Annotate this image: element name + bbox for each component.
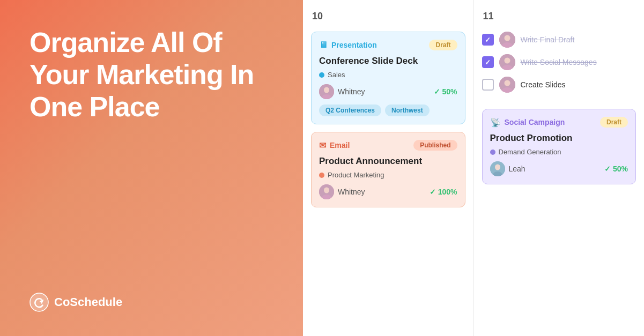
draft-badge: Draft [429, 40, 457, 50]
avatar-svg-leah [490, 161, 505, 176]
task-item-write-social-messages: ✓ Write Social Messages [482, 54, 636, 70]
tag-dot-orange [319, 173, 324, 178]
presentation-card-footer: Whitney ✓ 50% [319, 84, 457, 99]
progress-presentation: ✓ 50% [434, 87, 457, 96]
avatar-leah [490, 161, 505, 176]
avatar-svg-task3 [499, 77, 515, 93]
card-type-social-label: 📡 Social Campaign [490, 117, 565, 128]
svg-point-8 [504, 35, 510, 41]
headline-area: Organize All Of Your Marketing In One Pl… [29, 27, 273, 123]
user-name-social: Leah [509, 165, 525, 173]
user-info-presentation: Whitney [319, 84, 365, 99]
email-card-footer: Whitney ✓ 100% [319, 184, 457, 199]
published-badge: Published [413, 140, 457, 151]
avatar-task3 [499, 77, 515, 93]
avatar-svg-task2 [499, 54, 515, 70]
tag-dot-blue [319, 72, 324, 78]
presentation-card: 🖥 Presentation Draft Conference Slide De… [311, 32, 465, 124]
day-number-11: 11 [482, 11, 636, 22]
avatar-task2 [499, 54, 515, 70]
coschedule-logo-icon [29, 293, 49, 312]
social-campaign-card: 📡 Social Campaign Draft Product Promotio… [482, 109, 636, 184]
social-card-title: Product Promotion [490, 133, 628, 144]
chip-northwest: Northwest [385, 104, 430, 116]
svg-point-17 [495, 165, 500, 170]
check-icon-2: ✓ [485, 58, 491, 66]
task-item-write-final-draft: ✓ Write Final Draft [482, 32, 636, 48]
svg-point-2 [324, 87, 329, 93]
social-card-footer: Leah ✓ 50% [490, 161, 628, 176]
card-type-text: Presentation [331, 41, 377, 49]
user-name-presentation: Whitney [338, 87, 365, 96]
headline: Organize All Of Your Marketing In One Pl… [29, 27, 273, 123]
email-tag-label: Product Marketing [328, 171, 384, 179]
checkbox-create-slides[interactable] [482, 79, 494, 91]
avatar-task1 [499, 32, 515, 48]
tag-dot-purple [490, 150, 495, 155]
logo-area: CoSchedule [29, 293, 273, 312]
user-info-email: Whitney [319, 184, 365, 199]
presentation-icon: 🖥 [319, 40, 328, 50]
social-card-tag: Demand Generation [490, 148, 628, 156]
chip-q2: Q2 Conferences [319, 104, 381, 116]
avatar-whitney-email [319, 184, 334, 199]
check-icon: ✓ [485, 36, 491, 44]
day-number-10: 10 [311, 11, 465, 22]
email-card-title: Product Announcement [319, 156, 457, 167]
card-type-email-label: ✉ Email [319, 140, 350, 151]
social-draft-badge: Draft [600, 117, 628, 128]
email-icon: ✉ [319, 140, 326, 151]
right-panel: 10 🖥 Presentation Draft Conference Slide… [303, 0, 644, 336]
card-type-email-text: Email [330, 141, 350, 150]
checkbox-write-social-messages[interactable]: ✓ [482, 56, 494, 68]
left-panel: Organize All Of Your Marketing In One Pl… [0, 0, 303, 336]
social-icon: 📡 [490, 117, 501, 128]
task-label-write-final-draft: Write Final Draft [521, 35, 575, 44]
card-header-email: ✉ Email Published [319, 140, 457, 151]
task-label-write-social-messages: Write Social Messages [521, 58, 597, 66]
task-item-create-slides: Create Slides [482, 77, 636, 93]
user-name-email: Whitney [338, 188, 365, 196]
presentation-card-title: Conference Slide Deck [319, 56, 457, 66]
avatar-face-svg-email [319, 184, 334, 199]
email-card-tag: Product Marketing [319, 171, 457, 179]
task-list: ✓ Write Final Draft ✓ [482, 32, 636, 93]
card-type-label: 🖥 Presentation [319, 40, 377, 50]
tag-chips: Q2 Conferences Northwest [319, 104, 457, 116]
card-type-social-text: Social Campaign [505, 118, 565, 126]
svg-point-5 [324, 188, 329, 193]
progress-email: ✓ 100% [430, 188, 457, 196]
avatar-svg-task1 [499, 32, 515, 48]
social-tag-label: Demand Generation [499, 148, 561, 156]
svg-point-0 [30, 293, 48, 311]
task-label-create-slides: Create Slides [521, 80, 566, 89]
checkbox-write-final-draft[interactable]: ✓ [482, 34, 494, 46]
calendar-col-11: 11 ✓ Write Final Draft [474, 0, 645, 336]
progress-social: ✓ 50% [604, 165, 628, 173]
tag-label: Sales [328, 71, 345, 79]
avatar-whitney [319, 84, 334, 99]
presentation-card-tag: Sales [319, 71, 457, 79]
avatar-face-svg [319, 84, 334, 99]
logo-text: CoSchedule [54, 295, 122, 309]
card-header-presentation: 🖥 Presentation Draft [319, 40, 457, 50]
svg-point-14 [504, 80, 510, 86]
calendar-col-10: 10 🖥 Presentation Draft Conference Slide… [303, 0, 473, 336]
card-header-social: 📡 Social Campaign Draft [490, 117, 628, 128]
svg-point-11 [504, 58, 510, 64]
email-card: ✉ Email Published Product Announcement P… [311, 132, 465, 207]
user-info-social: Leah [490, 161, 525, 176]
